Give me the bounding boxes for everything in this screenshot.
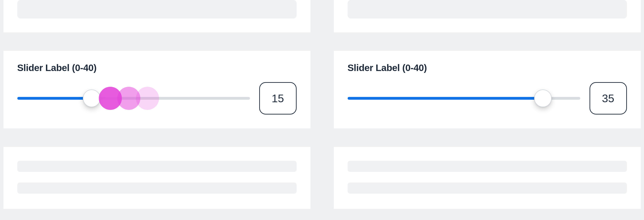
panel-left-wrap: Slider Label (0-40) 15 [0, 0, 314, 220]
section-gap [4, 128, 310, 147]
section-gap [4, 209, 310, 220]
slider-row: 35 [348, 82, 627, 115]
section-gap [334, 128, 641, 147]
slider-section: Slider Label (0-40) 15 [4, 51, 310, 128]
placeholder-block [348, 0, 627, 19]
touch-indicator-icon [99, 87, 122, 110]
slider-thumb[interactable] [83, 89, 100, 107]
section-gap [334, 209, 641, 220]
bottom-placeholder-card [334, 147, 641, 209]
section-gap [4, 32, 310, 51]
touch-trail-icon [136, 87, 159, 110]
placeholder-line [348, 182, 627, 194]
slider-value-text: 35 [602, 92, 614, 105]
slider-value-input[interactable]: 15 [259, 82, 296, 115]
top-placeholder-card [334, 0, 641, 32]
slider-section: Slider Label (0-40) 35 [334, 51, 641, 128]
placeholder-line [17, 182, 296, 194]
slider-label: Slider Label (0-40) [17, 62, 296, 73]
bottom-placeholder-card [4, 147, 310, 209]
panel-right: Slider Label (0-40) 35 [334, 0, 641, 220]
slider-track[interactable] [17, 97, 250, 100]
slider-row: 15 [17, 82, 296, 115]
comparison-viewport: Slider Label (0-40) 15 [0, 0, 644, 220]
panel-right-wrap: Slider Label (0-40) 35 [330, 0, 644, 220]
slider-fill [348, 97, 543, 100]
placeholder-line [348, 161, 627, 172]
panel-left: Slider Label (0-40) 15 [4, 0, 310, 220]
slider-thumb[interactable] [534, 89, 552, 107]
placeholder-line [17, 161, 296, 172]
slider-track-container[interactable] [17, 89, 250, 107]
slider-fill [17, 97, 92, 100]
section-gap [334, 32, 641, 51]
top-placeholder-card [4, 0, 310, 32]
touch-trail-icon [117, 87, 140, 110]
slider-track-container[interactable] [348, 89, 580, 107]
slider-value-input[interactable]: 35 [590, 82, 627, 115]
slider-label: Slider Label (0-40) [348, 62, 627, 73]
placeholder-block [17, 0, 296, 19]
slider-track[interactable] [348, 97, 580, 100]
slider-value-text: 15 [272, 92, 284, 105]
